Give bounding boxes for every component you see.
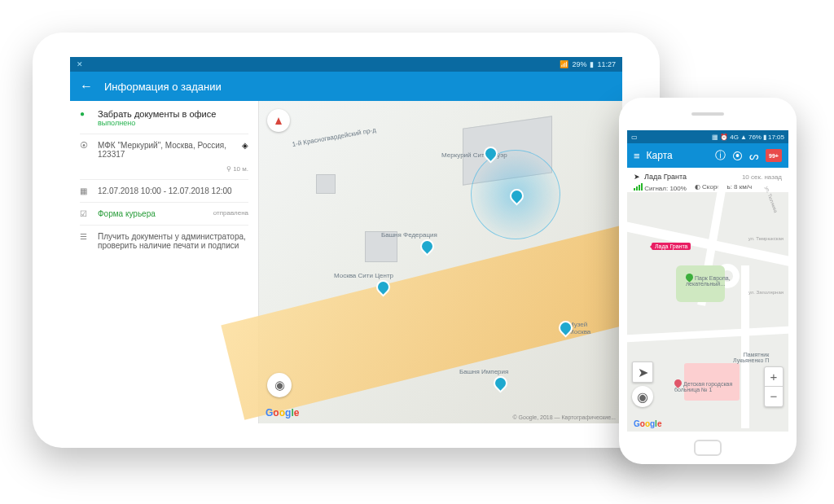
back-icon[interactable]: ← [80,79,93,94]
notification-icon: ▭ [631,134,638,141]
form-link[interactable]: Форма курьера [98,209,207,218]
task-title: Забрать документы в офисе [98,109,248,119]
calendar-icon: ▦ [80,186,91,195]
vehicle-updated-ago: 10 сек. назад [742,173,782,181]
tablet-screen: ✕ 📶 29% ▮ 11:27 ← Информация о задании ●… [70,57,622,423]
phone-speaker [691,112,724,116]
layers-button[interactable]: ◉ [632,386,653,407]
speed-label: Скорость: 8 км/ч [702,183,752,191]
poi-label: Башня Империя [459,368,508,375]
phone-home-button[interactable] [694,440,722,456]
form-icon: ☑ [80,209,91,218]
phone-app-bar: ≡ Карта ⓘ ⦿ ᔕ 99+ [627,143,788,168]
signal-label: Сигнал: 100% [644,185,687,192]
vehicle-tag[interactable]: Лада Гранта [652,243,691,250]
battery-icon: ▮ [590,60,594,68]
google-logo: Google [634,419,661,428]
task-time-window: 12.07.2018 10:00 - 12.07.2018 12:00 [98,186,248,195]
phone-device: ▭ ▦ ⏰ 4G ▲ 76% ▮ 17:05 ≡ Карта ⓘ ⦿ ᔕ 99+… [619,98,797,464]
location-icon: ⦿ [80,141,91,150]
tablet-map[interactable]: Меркурий Сити Тауэр Башня Федерация Моск… [259,101,622,423]
tools-icon: ✕ [77,60,83,68]
cursor-icon: ➤ [634,173,640,181]
layers-button[interactable]: ◉ [267,373,292,397]
menu-icon[interactable]: ≡ [634,150,640,162]
zoom-out-button[interactable]: − [765,387,783,406]
poi-label: Меркурий Сити Тауэр [441,151,507,159]
form-status: отправлена [213,209,248,217]
poi-label: Москва Сити Центр [334,272,393,279]
tablet-device: ✕ 📶 29% ▮ 11:27 ← Информация о задании ●… [33,33,660,448]
vehicle-name: Лада Гранта [644,173,687,181]
signal-bars-icon [634,183,643,191]
info-icon[interactable]: ⓘ [715,148,726,163]
task-distance: 10 м. [233,165,248,173]
task-sidebar: ● Забрать документы в офисе выполнено ⦿ … [70,101,259,423]
alerts-badge[interactable]: 99+ [766,149,782,162]
vibrate-icon: ▦ [712,134,718,141]
wifi-icon: 📶 [560,60,568,68]
poi-pin[interactable] [493,375,507,390]
poi-hospital-label: Детская городская больница № 1 [674,381,732,392]
check-icon: ● [80,109,91,118]
phone-screen: ▭ ▦ ⏰ 4G ▲ 76% ▮ 17:05 ≡ Карта ⓘ ⦿ ᔕ 99+… [627,130,788,432]
poi-monument-label: Памятник Лукьяненко П [733,352,769,363]
poi-pin[interactable] [375,279,390,294]
battery-label: 29% [572,60,586,68]
alarm-icon: ⏰ [720,134,728,141]
task-status: выполнено [98,119,248,127]
compass-button[interactable] [267,109,290,132]
tablet-app-bar: ← Информация о задании [70,72,622,101]
poi-label: Башня Федерация [381,231,437,239]
note-icon: ☰ [80,232,91,241]
map-copyright: © Google, 2018 — Картографические... [512,414,616,420]
building-shape [316,174,336,194]
zoom-control: + − [764,366,784,407]
geozone-icon[interactable]: ⦿ [732,150,743,162]
tablet-status-bar: ✕ 📶 29% ▮ 11:27 [70,57,622,72]
clock-label: 11:27 [597,60,616,68]
clock-label: 17:05 [768,134,784,141]
network-icon: 4G [730,134,739,141]
google-logo: Google [266,407,299,419]
road-label: 1-й Красногвардейский пр-д [292,126,376,148]
phone-status-bar: ▭ ▦ ⏰ 4G ▲ 76% ▮ 17:05 [627,130,788,143]
my-location-button[interactable]: ➤ [632,362,653,383]
zoom-in-button[interactable]: + [765,367,783,387]
task-note: Плучить документы у администратора, пров… [98,232,248,250]
appbar-title: Информация о задании [104,81,222,93]
navigate-icon[interactable]: ◈ [242,141,248,150]
speedometer-icon: ◐ [695,183,700,191]
signal-icon: ▲ [740,134,747,141]
track-icon[interactable]: ᔕ [749,150,759,162]
street-label: ул. Заполярная [748,290,784,295]
poi-pin[interactable] [419,239,434,253]
appbar-title: Карта [647,150,673,161]
phone-map[interactable]: Лада Гранта Парк Европа, лекательный... … [627,192,788,432]
street-label: ул. Темрюкская [748,236,784,241]
poi-label: Музей Москва [568,321,590,335]
walk-icon: ⚲ [226,165,231,173]
task-address: МФК "Меркурий", Москва, Россия, 123317 [98,141,235,159]
battery-icon: ▮ [763,134,766,141]
battery-label: 76% [748,134,762,141]
road [627,326,788,343]
